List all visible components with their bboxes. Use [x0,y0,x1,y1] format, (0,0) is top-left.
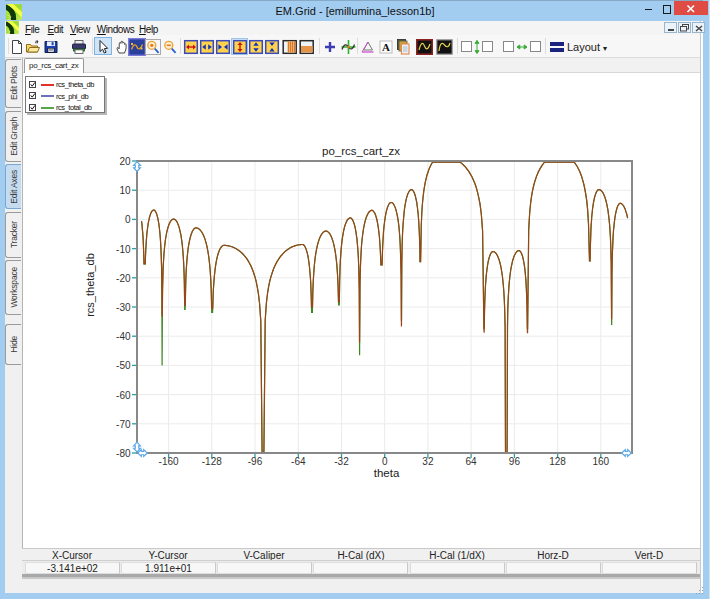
svg-text:-64: -64 [291,456,306,467]
svg-text:-32: -32 [334,456,349,467]
svg-text:-96: -96 [248,456,263,467]
svg-text:0: 0 [125,214,131,225]
svg-text:-128: -128 [202,456,222,467]
svg-text:-50: -50 [116,360,131,371]
svg-text:-80: -80 [116,448,131,459]
svg-text:64: 64 [466,456,478,467]
svg-text:10: 10 [119,185,131,196]
svg-text:0: 0 [382,456,388,467]
svg-text:rcs_theta_db: rcs_theta_db [84,253,96,317]
svg-text:96: 96 [509,456,521,467]
svg-text:-10: -10 [116,244,131,255]
svg-text:20: 20 [119,156,131,167]
svg-text:-60: -60 [116,390,131,401]
svg-text:128: 128 [549,456,566,467]
svg-text:-20: -20 [116,273,131,284]
svg-text:-160: -160 [159,456,179,467]
svg-text:po_rcs_cart_zx: po_rcs_cart_zx [322,145,400,157]
svg-text:-30: -30 [116,302,131,313]
svg-text:-70: -70 [116,419,131,430]
svg-text:160: 160 [592,456,609,467]
svg-text:-40: -40 [116,331,131,342]
svg-text:theta: theta [374,467,400,479]
svg-text:32: 32 [422,456,434,467]
